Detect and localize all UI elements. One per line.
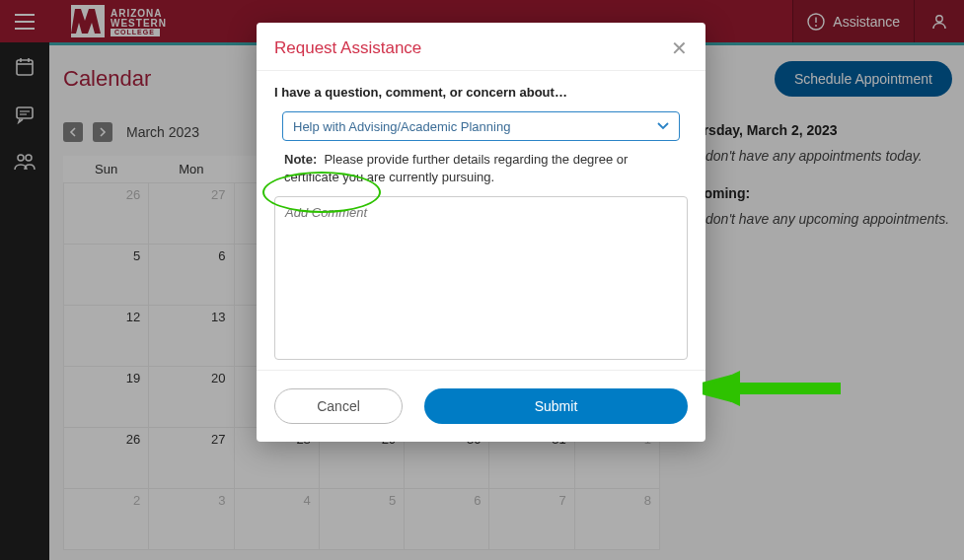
modal-note: Note: Please provide further details reg… [284, 151, 678, 186]
request-assistance-modal: Request Assistance ✕ I have a question, … [257, 23, 705, 442]
cancel-button[interactable]: Cancel [274, 388, 403, 424]
modal-title: Request Assistance [274, 38, 421, 58]
close-icon[interactable]: ✕ [671, 38, 688, 58]
modal-prompt: I have a question, comment, or concern a… [274, 85, 688, 100]
chevron-down-icon [657, 122, 669, 130]
assistance-topic-value: Help with Advising/Academic Planning [293, 119, 657, 134]
comment-textarea[interactable] [274, 196, 688, 360]
submit-button[interactable]: Submit [424, 388, 688, 424]
assistance-topic-select[interactable]: Help with Advising/Academic Planning [282, 111, 680, 141]
